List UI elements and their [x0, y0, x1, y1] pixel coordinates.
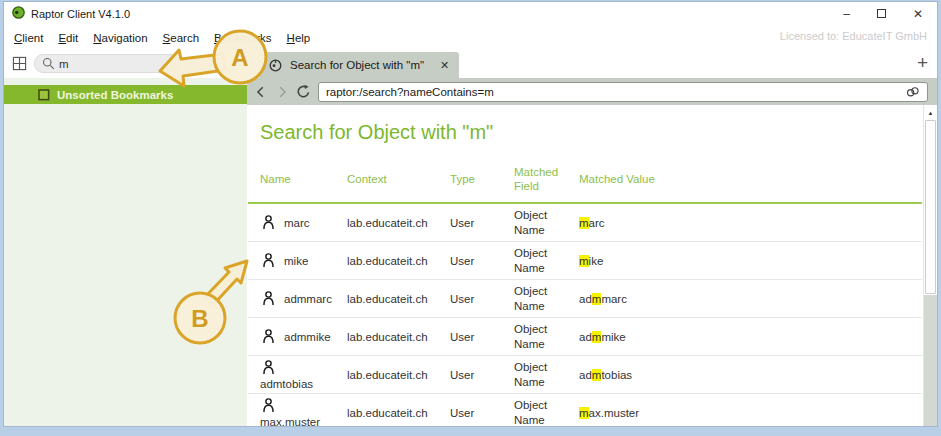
user-icon [260, 397, 277, 414]
title-bar: Raptor Client V4.1.0 Licensed to: Educat… [4, 2, 937, 26]
matched-field: Object Name [514, 246, 579, 275]
search-icon [42, 57, 55, 70]
user-icon [260, 359, 277, 376]
matched-value: max.muster [579, 407, 922, 419]
table-row[interactable]: marc lab.educateit.ch User Object Name m… [248, 204, 922, 242]
tab-search-results[interactable]: Search for Object with "m" ✕ [259, 52, 459, 78]
object-type: User [450, 407, 514, 419]
object-type: User [450, 369, 514, 381]
match-highlight: m [579, 255, 589, 267]
sidebar-toolbar [4, 49, 247, 78]
table-row[interactable]: admtobias lab.educateit.ch User Object N… [248, 356, 922, 394]
user-icon [260, 252, 277, 269]
page-title: Search for Object with "m" [260, 121, 937, 144]
matched-value: mike [579, 255, 922, 267]
sidebar-search-box [34, 54, 180, 73]
object-name: admmarc [284, 293, 332, 305]
object-type: User [450, 293, 514, 305]
match-highlight: m [592, 369, 602, 381]
window-title: Raptor Client V4.1.0 [31, 8, 130, 20]
object-name: admmike [284, 331, 331, 343]
menu-search[interactable]: Search [163, 32, 199, 44]
matched-value: admtobias [579, 369, 922, 381]
forward-button[interactable] [275, 85, 289, 99]
content-area: Search for Object with "m" ✕ + raptor:/s… [247, 49, 937, 426]
object-context: lab.educateit.ch [347, 293, 450, 305]
object-name: marc [284, 217, 310, 229]
menu-client[interactable]: Client [14, 32, 43, 44]
table-row[interactable]: admmike lab.educateit.ch User Object Nam… [248, 318, 922, 356]
user-icon [260, 214, 277, 231]
sidebar-item-unsorted-bookmarks[interactable]: Unsorted Bookmarks [4, 85, 247, 104]
menu-help[interactable]: Help [287, 32, 311, 44]
match-highlight: m [592, 331, 602, 343]
window-controls: – ✕ [843, 8, 929, 20]
matched-field: Object Name [514, 322, 579, 351]
vertical-scrollbar[interactable]: ▲ [923, 105, 937, 426]
object-name: admtobias [260, 378, 313, 390]
app-window: Raptor Client V4.1.0 Licensed to: Educat… [4, 2, 937, 426]
object-context: lab.educateit.ch [347, 407, 450, 419]
match-highlight: m [579, 407, 589, 419]
new-tab-button[interactable]: + [917, 50, 928, 76]
copy-link-icon[interactable] [906, 86, 920, 98]
scroll-up-icon[interactable]: ▲ [924, 105, 937, 120]
matched-value: admmike [579, 331, 922, 343]
matched-field: Object Name [514, 208, 579, 237]
results-page: Search for Object with "m" Name Context … [247, 105, 937, 426]
object-type: User [450, 255, 514, 267]
object-type: User [450, 217, 514, 229]
menu-edit[interactable]: Edit [58, 32, 78, 44]
object-context: lab.educateit.ch [347, 369, 450, 381]
main-area: Unsorted Bookmarks Search for Object wit… [4, 49, 937, 426]
tab-close-icon[interactable]: ✕ [440, 59, 449, 72]
minimize-button[interactable]: – [843, 8, 850, 20]
tab-strip: Search for Object with "m" ✕ + [247, 49, 937, 78]
matched-field: Object Name [514, 360, 579, 389]
matched-value: admmarc [579, 293, 922, 305]
matched-field: Object Name [514, 284, 579, 313]
raptor-logo-icon [12, 5, 25, 23]
url-text: raptor:/search?nameContains=m [326, 86, 900, 98]
close-button[interactable]: ✕ [913, 8, 923, 20]
bookmarks-sidebar: Unsorted Bookmarks [4, 49, 247, 426]
results-table: Name Context Type Matched Field Matched … [248, 156, 922, 426]
license-text: Licensed to: EducateIT GmbH [780, 30, 927, 42]
menu-navigation[interactable]: Navigation [93, 32, 147, 44]
scrollbar-thumb[interactable] [925, 120, 936, 294]
object-context: lab.educateit.ch [347, 217, 450, 229]
col-header-type: Type [450, 173, 514, 185]
col-header-matched-value: Matched Value [579, 173, 922, 185]
table-row[interactable]: max.muster lab.educateit.ch User Object … [248, 394, 922, 426]
scrollbar-track[interactable] [924, 295, 937, 426]
object-name: max.muster [260, 416, 320, 426]
matched-field: Object Name [514, 398, 579, 426]
matched-value: marc [579, 217, 922, 229]
table-header-row: Name Context Type Matched Field Matched … [248, 156, 922, 204]
object-name: mike [284, 255, 308, 267]
grid-view-icon[interactable] [12, 56, 27, 71]
tab-raptor-icon [269, 59, 282, 72]
object-context: lab.educateit.ch [347, 331, 450, 343]
address-bar[interactable]: raptor:/search?nameContains=m [318, 82, 928, 102]
navigation-bar: raptor:/search?nameContains=m [247, 78, 937, 105]
bookmark-folder-icon [38, 89, 50, 101]
col-header-matched-field: Matched Field [514, 165, 579, 194]
sidebar-search-input[interactable] [59, 58, 172, 70]
object-type: User [450, 331, 514, 343]
col-header-name: Name [260, 173, 347, 185]
table-row[interactable]: mike lab.educateit.ch User Object Name m… [248, 242, 922, 280]
maximize-icon [877, 9, 886, 18]
menu-bookmarks[interactable]: Bookmarks [214, 32, 272, 44]
back-button[interactable] [254, 85, 268, 99]
refresh-button[interactable] [296, 84, 311, 99]
user-icon [260, 328, 277, 345]
table-row[interactable]: admmarc lab.educateit.ch User Object Nam… [248, 280, 922, 318]
object-context: lab.educateit.ch [347, 255, 450, 267]
tab-title: Search for Object with "m" [290, 59, 424, 71]
maximize-button[interactable] [877, 8, 886, 20]
match-highlight: m [579, 217, 589, 229]
col-header-context: Context [347, 173, 450, 185]
sidebar-item-label: Unsorted Bookmarks [57, 89, 173, 101]
user-icon [260, 290, 277, 307]
